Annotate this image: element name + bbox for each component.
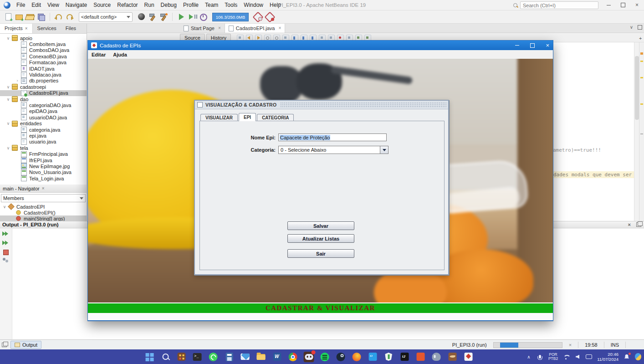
taskbar-firefox[interactable]	[352, 352, 362, 362]
taskbar-authenticator[interactable]	[176, 352, 187, 362]
panel-tab-files[interactable]: Files	[61, 24, 81, 33]
restore-group-icon[interactable]	[2, 343, 7, 347]
internal-frame-titlebar[interactable]: VISUALIZAÇÃO & CADASTRO	[195, 101, 448, 109]
categoria-combo[interactable]: 0 - Selecione Abaixo	[278, 146, 380, 154]
close-icon[interactable]: ×	[628, 222, 631, 227]
salvar-button[interactable]: Salvar	[287, 221, 354, 230]
output-settings-icon[interactable]	[2, 257, 10, 263]
panel-tab-projects[interactable]: Projects	[0, 24, 33, 33]
memory-meter[interactable]: 106.3/250.0MB	[212, 13, 249, 21]
menu-run[interactable]: Run	[141, 0, 158, 10]
combo-dropdown-button[interactable]	[380, 146, 388, 154]
close-button[interactable]: ×	[630, 0, 644, 10]
editor-pin-icon[interactable]: +	[639, 36, 643, 40]
menu-edit[interactable]: Edit	[28, 0, 44, 10]
expander-icon[interactable]: ›	[15, 78, 20, 83]
float-window-icon[interactable]	[636, 222, 641, 227]
panel-tab-services[interactable]: Services	[33, 24, 61, 33]
taskbar-mail[interactable]	[240, 352, 250, 362]
menu-view[interactable]: View	[44, 0, 62, 10]
nome-epi-field[interactable]: Capacete de Proteção	[278, 133, 387, 141]
toolbar-build[interactable]	[148, 12, 157, 21]
toolbar-redo[interactable]	[65, 12, 74, 21]
member-cadastroepi[interactable]: ∨ CadastroEPI	[0, 204, 87, 210]
toolbar-profile[interactable]	[199, 12, 208, 21]
weather-widget-icon[interactable]	[635, 354, 641, 360]
toolbar-open-project[interactable]	[26, 12, 35, 21]
toolbar-debug[interactable]	[188, 12, 197, 21]
expander-icon[interactable]: ∨	[5, 97, 11, 102]
maximize-icon[interactable]	[530, 43, 535, 48]
expander-icon[interactable]: ∨	[5, 146, 11, 150]
tree-item-combosdao-java[interactable]: CombosDAO.java	[0, 47, 87, 53]
tree-item-idaot-java[interactable]: IDAOT.java	[0, 66, 87, 72]
taskbar-explorer[interactable]	[256, 352, 266, 362]
taskbar-chrome[interactable]	[288, 352, 298, 362]
config-select[interactable]: <default config>	[79, 12, 133, 22]
close-icon[interactable]: ×	[546, 41, 549, 50]
tree-item-categoria-java[interactable]: categoria.java	[0, 127, 87, 133]
cancel-process-icon[interactable]: ×	[569, 342, 572, 348]
tray-expand-icon[interactable]: ∧	[526, 354, 532, 360]
tree-item-cadastroepi[interactable]: ∨ cadastroepi	[0, 84, 87, 90]
toolbar-new-project[interactable]	[15, 12, 24, 21]
taskbar-intellij[interactable]	[399, 352, 410, 362]
tree-item-epidao-java[interactable]: epiDAO.java	[0, 108, 87, 114]
tree-item-categoriadao-java[interactable]: categoriaDAO.java	[0, 102, 87, 108]
app-titlebar[interactable]: Cadastro de EPIs ×	[88, 41, 553, 50]
expander-icon[interactable]: ∨	[2, 205, 7, 209]
taskbar-steam[interactable]	[336, 352, 346, 362]
tab-epi[interactable]: EPI	[239, 113, 256, 121]
tree-item-usuario-java[interactable]: usuario.java	[0, 139, 87, 145]
app-menu-editar[interactable]: Editar	[92, 52, 106, 57]
search-input[interactable]	[520, 1, 598, 9]
sair-button[interactable]: Sair	[287, 249, 354, 258]
taskbar-shield[interactable]	[383, 352, 394, 362]
minimized-output-tab[interactable]: Output	[10, 341, 41, 349]
notifications-icon[interactable]	[624, 354, 630, 360]
wifi-icon[interactable]	[563, 354, 569, 360]
toolbar-clean-build[interactable]	[159, 12, 168, 21]
taskbar-postgresql[interactable]	[431, 352, 442, 362]
microphone-icon[interactable]	[537, 354, 543, 360]
stop-icon[interactable]	[2, 249, 10, 255]
toolbar-run[interactable]	[177, 12, 186, 21]
menu-profile[interactable]: Profile	[180, 0, 202, 10]
taskbar-mysql[interactable]	[447, 352, 458, 362]
tree-item-entidades[interactable]: ∨ entidades	[0, 120, 87, 126]
menu-window[interactable]: Window	[240, 0, 266, 10]
menu-team[interactable]: Team	[202, 0, 221, 10]
clock[interactable]: 20:46 11/07/2024	[597, 352, 618, 362]
frame-icon[interactable]	[197, 102, 203, 108]
toolbar-undo[interactable]	[54, 12, 63, 21]
menu-navigate[interactable]: Navigate	[62, 0, 90, 10]
toolbar-new-file[interactable]	[4, 12, 13, 21]
maximize-editor-icon[interactable]	[638, 25, 642, 30]
tree-item-novo-usuario-java[interactable]: Novo_Usuario.java	[0, 169, 87, 175]
menu-source[interactable]: Source	[90, 0, 114, 10]
taskbar-netbeans[interactable]	[463, 352, 474, 362]
touchpad-icon[interactable]	[586, 354, 592, 360]
menu-tools[interactable]: Tools	[221, 0, 240, 10]
maximize-button[interactable]	[616, 0, 630, 10]
toolbar-set-config[interactable]	[137, 12, 146, 21]
tree-item-usuariodao-java[interactable]: usuarioDAO.java	[0, 114, 87, 120]
tab-categoria[interactable]: CATEGORIA	[257, 114, 294, 121]
tree-item-epi-java[interactable]: epi.java	[0, 133, 87, 138]
language-indicator[interactable]: POR PTB2	[548, 353, 558, 361]
tree-item-apoio[interactable]: ∨ apoio	[0, 35, 87, 41]
taskbar-vscode[interactable]	[368, 352, 378, 362]
navigator-header[interactable]: main - Navigator ×	[0, 185, 87, 193]
toolbar-save-all[interactable]	[36, 12, 46, 21]
toolbar-gc[interactable]	[253, 12, 262, 21]
member-cadastroepi[interactable]: CadastroEPI()	[0, 210, 87, 215]
quick-search[interactable]	[513, 1, 598, 9]
rerun-icon[interactable]	[2, 231, 10, 237]
close-icon[interactable]: ×	[42, 186, 45, 191]
taskbar-redapp[interactable]	[415, 352, 426, 362]
menu-debug[interactable]: Debug	[158, 0, 180, 10]
expander-icon[interactable]: ∨	[5, 121, 11, 126]
rerun-debug-icon[interactable]	[2, 240, 10, 246]
tab-visualizar[interactable]: VISUALIZAR	[200, 114, 238, 121]
editor-tab-start-page[interactable]: Start Page	[180, 24, 225, 33]
